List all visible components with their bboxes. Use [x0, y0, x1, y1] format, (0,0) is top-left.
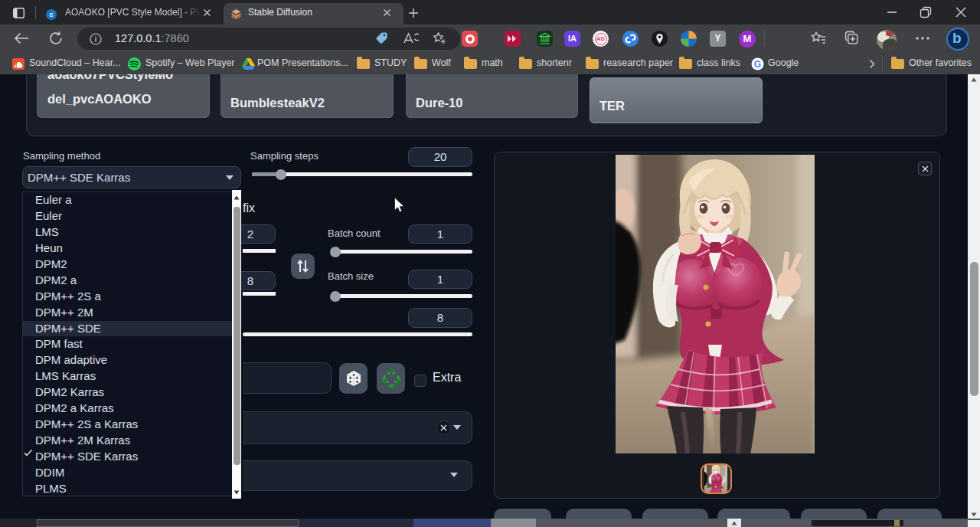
svg-text:G: G [754, 59, 761, 70]
svg-text:c: c [49, 11, 53, 18]
